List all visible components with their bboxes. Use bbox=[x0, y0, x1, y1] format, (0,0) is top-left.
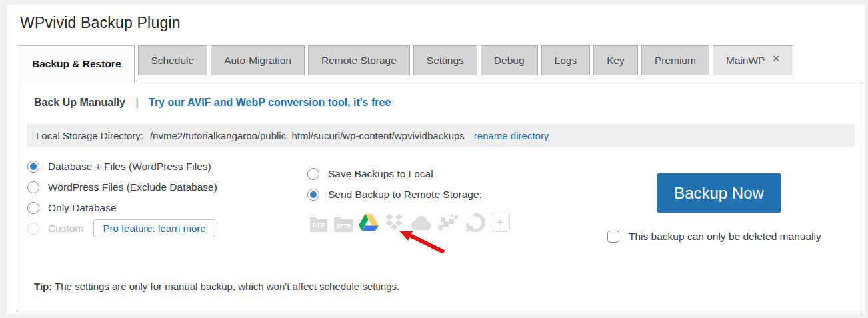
tab-settings[interactable]: Settings bbox=[413, 45, 477, 75]
radio-label: Database + Files (WordPress Files) bbox=[48, 161, 211, 173]
tab-label: Schedule bbox=[151, 55, 195, 67]
tab-debug[interactable]: Debug bbox=[481, 45, 538, 75]
tip-label: Tip: bbox=[34, 281, 52, 292]
dropbox-storage-icon[interactable] bbox=[384, 213, 404, 232]
directory-label: Local Storage Directory: bbox=[36, 130, 143, 141]
backup-now-button[interactable]: Backup Now bbox=[657, 173, 781, 213]
close-icon[interactable]: × bbox=[772, 52, 779, 65]
manual-backup-options: Database + Files (WordPress Files) WordP… bbox=[19, 147, 863, 256]
wpvivid-plugin-page: WPvivid Backup Plugin Backup & Restore S… bbox=[0, 0, 868, 318]
tab-premium[interactable]: Premium bbox=[641, 45, 709, 75]
backup-content-column: Database + Files (WordPress Files) WordP… bbox=[27, 156, 307, 256]
tip-text: The settings are only for manual backup,… bbox=[52, 281, 399, 292]
backup-action-column: Backup Now This backup can only be delet… bbox=[607, 156, 863, 256]
tab-label: MainWP bbox=[726, 55, 765, 67]
radio-send-remote-storage[interactable]: Send Backup to Remote Storage: bbox=[307, 184, 607, 205]
backup-restore-panel: Back Up Manually | Try our AVIF and WebP… bbox=[19, 81, 863, 313]
radio-label: Custom bbox=[48, 223, 83, 235]
radio-icon bbox=[27, 161, 39, 173]
checkbox-label: This backup can only be deleted manually bbox=[629, 231, 821, 243]
rename-directory-link[interactable]: rename directory bbox=[474, 130, 549, 141]
admin-content-surface: WPvivid Backup Plugin Backup & Restore S… bbox=[7, 5, 865, 314]
radio-label: Only Database bbox=[48, 202, 117, 214]
radio-label: Save Backups to Local bbox=[328, 168, 433, 180]
tab-key[interactable]: Key bbox=[593, 45, 638, 75]
tab-logs[interactable]: Logs bbox=[541, 45, 591, 75]
remote-storage-icons: FTP SFTP bbox=[309, 211, 607, 232]
radio-icon bbox=[307, 189, 319, 201]
digitalocean-storage-icon[interactable] bbox=[465, 213, 485, 232]
radio-save-backups-local[interactable]: Save Backups to Local bbox=[307, 163, 607, 184]
tab-label: Auto-Migration bbox=[224, 55, 291, 67]
radio-label: Send Backup to Remote Storage: bbox=[328, 189, 482, 201]
tab-remote-storage[interactable]: Remote Storage bbox=[308, 45, 410, 75]
radio-icon bbox=[27, 223, 39, 235]
plugin-tab-bar: Backup & Restore Schedule Auto-Migration… bbox=[19, 45, 865, 81]
google-drive-storage-icon[interactable] bbox=[359, 213, 379, 232]
tab-auto-migration[interactable]: Auto-Migration bbox=[211, 45, 305, 75]
radio-only-database[interactable]: Only Database bbox=[27, 197, 307, 218]
tip-note: Tip: The settings are only for manual ba… bbox=[19, 256, 863, 292]
tab-label: Logs bbox=[555, 55, 577, 67]
directory-path: /nvme2/tutorialkangaroo/public_html/sucu… bbox=[150, 130, 465, 141]
page-title: WPvivid Backup Plugin bbox=[20, 14, 865, 32]
checkbox-icon bbox=[607, 231, 619, 243]
tab-label: Premium bbox=[655, 55, 696, 67]
tab-mainwp[interactable]: MainWP × bbox=[713, 45, 793, 75]
panel-header: Back Up Manually | Try our AVIF and WebP… bbox=[19, 81, 863, 111]
radio-icon bbox=[307, 168, 319, 180]
radio-icon bbox=[27, 202, 39, 214]
radio-icon bbox=[27, 181, 39, 193]
pro-feature-learn-more-button[interactable]: Pro feature: learn more bbox=[93, 219, 215, 237]
onedrive-storage-icon[interactable] bbox=[409, 215, 432, 232]
avif-webp-promo-link[interactable]: Try our AVIF and WebP conversion tool, i… bbox=[149, 97, 391, 108]
tab-backup-restore[interactable]: Backup & Restore bbox=[19, 45, 135, 82]
back-up-manually-heading: Back Up Manually bbox=[34, 97, 125, 108]
svg-text:FTP: FTP bbox=[313, 222, 325, 229]
header-separator: | bbox=[135, 97, 138, 108]
tab-label: Backup & Restore bbox=[32, 58, 121, 70]
manual-delete-checkbox-row[interactable]: This backup can only be deleted manually bbox=[607, 231, 863, 243]
amazon-s3-storage-icon[interactable] bbox=[437, 213, 460, 232]
local-storage-directory-bar: Local Storage Directory: /nvme2/tutorial… bbox=[27, 124, 855, 147]
tab-schedule[interactable]: Schedule bbox=[138, 45, 208, 75]
radio-label: WordPress Files (Exclude Database) bbox=[48, 181, 217, 193]
radio-wordpress-files[interactable]: WordPress Files (Exclude Database) bbox=[27, 177, 307, 197]
radio-custom-disabled: Custom Pro feature: learn more bbox=[27, 218, 307, 239]
ftp-storage-icon[interactable]: FTP bbox=[309, 215, 328, 232]
sftp-storage-icon[interactable]: SFTP bbox=[333, 215, 353, 232]
add-storage-button[interactable]: + bbox=[491, 213, 510, 232]
plus-icon: + bbox=[497, 216, 504, 229]
tab-label: Settings bbox=[427, 55, 464, 67]
tab-label: Key bbox=[607, 55, 625, 67]
radio-database-plus-files[interactable]: Database + Files (WordPress Files) bbox=[27, 156, 307, 177]
svg-text:SFTP: SFTP bbox=[336, 223, 351, 229]
backup-destination-column: Save Backups to Local Send Backup to Rem… bbox=[307, 156, 607, 256]
tab-label: Debug bbox=[494, 55, 525, 67]
tab-label: Remote Storage bbox=[321, 55, 397, 67]
